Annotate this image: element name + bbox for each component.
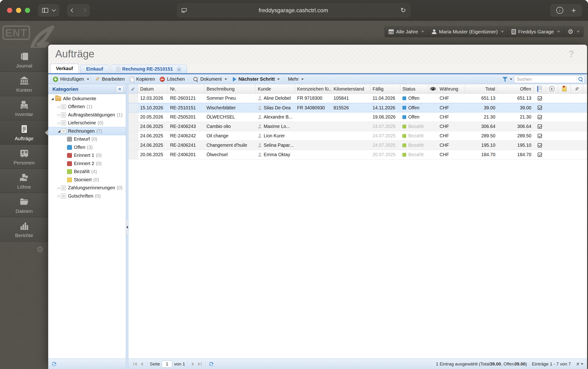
column-header-flag[interactable] bbox=[128, 84, 138, 93]
minimize-window-button[interactable] bbox=[16, 8, 21, 13]
column-header-notes[interactable] bbox=[558, 84, 571, 93]
tab-einkauf[interactable]: Einkauf bbox=[80, 65, 109, 73]
copy-button[interactable]: Kopieren bbox=[127, 75, 157, 83]
address-bar[interactable]: freddysgarage.cashctrl.com ↻ bbox=[177, 3, 410, 17]
table-row[interactable]: 20.05.2026 RE-2505201 ÖLWECHSEL Alexandr… bbox=[128, 113, 587, 122]
nav-item-dateien[interactable]: Dateien bbox=[0, 193, 48, 217]
settings-menu-button[interactable]: ⚙ bbox=[564, 26, 584, 37]
tree-item-gutschriften[interactable]: ▷ Gutschriften (0) bbox=[48, 192, 126, 200]
document-dropdown-icon[interactable] bbox=[225, 79, 227, 80]
column-header-waehrung[interactable]: Währung bbox=[437, 84, 465, 93]
nav-item-journal[interactable]: Journal bbox=[0, 48, 48, 72]
tab-verkauf[interactable]: Verkauf bbox=[50, 64, 79, 73]
delete-button[interactable]: Löschen bbox=[157, 75, 187, 83]
caret-expanded-icon[interactable]: ◢ bbox=[57, 129, 61, 133]
reload-icon[interactable]: ↻ bbox=[401, 7, 406, 14]
caret-collapsed-icon[interactable]: ▷ bbox=[57, 186, 61, 190]
search-input[interactable] bbox=[514, 77, 577, 82]
downloads-icon[interactable]: ↓ bbox=[556, 7, 563, 14]
close-tab-icon[interactable]: x bbox=[177, 67, 181, 71]
help-icon[interactable]: ? bbox=[569, 49, 574, 59]
nav-item-konten[interactable]: Konten bbox=[0, 72, 48, 96]
tree-item-offen[interactable]: Offen (3) bbox=[48, 143, 126, 152]
refresh-icon[interactable] bbox=[51, 361, 57, 367]
splitter-collapse-handle[interactable] bbox=[126, 220, 128, 235]
column-config-button[interactable]: # bbox=[577, 361, 579, 367]
table-row[interactable]: 24.06.2025 RE-2406243 Cambio olio Maxime… bbox=[128, 122, 587, 131]
caret-collapsed-icon[interactable]: ▷ bbox=[57, 105, 61, 109]
tree-item-bezahlt[interactable]: Bezahlt (4) bbox=[48, 168, 126, 176]
tree-item-erinnert2[interactable]: Erinnert 2 (0) bbox=[48, 159, 126, 168]
column-header-recurring[interactable] bbox=[546, 84, 558, 93]
column-header-offen[interactable]: Offen bbox=[497, 84, 533, 93]
sidebar-gear-icon[interactable]: ⚙ bbox=[36, 245, 43, 254]
column-header-beschreibung[interactable]: Beschreibung bbox=[204, 84, 256, 93]
edit-button[interactable]: ✎ Bearbeiten bbox=[93, 75, 127, 83]
tree-item-storniert[interactable]: Storniert (0) bbox=[48, 176, 126, 184]
panel-splitter[interactable] bbox=[126, 84, 128, 369]
tree-item-lieferscheine[interactable]: ▷ Lieferscheine (0) bbox=[48, 119, 126, 127]
nav-item-auftraege[interactable]: Aufträge bbox=[0, 120, 48, 145]
first-page-button[interactable] bbox=[132, 361, 138, 367]
column-header-kennzeichen[interactable]: Kennzeichen fü... bbox=[295, 84, 331, 93]
column-header-datum[interactable]: Datum bbox=[138, 84, 168, 93]
column-header-faellig[interactable]: Fällig bbox=[371, 84, 400, 93]
new-tab-icon[interactable]: + bbox=[571, 6, 576, 14]
booked-checkbox-icon[interactable] bbox=[538, 134, 542, 138]
add-button[interactable]: Hinzufügen bbox=[51, 75, 86, 83]
tab-rechnung[interactable]: Rechnung RE-2510151 x bbox=[111, 65, 187, 73]
column-header-kunde[interactable]: Kunde bbox=[256, 84, 295, 93]
booked-checkbox-icon[interactable] bbox=[538, 96, 542, 100]
caret-expanded-icon[interactable]: ◢ bbox=[51, 97, 54, 100]
column-header-nr[interactable]: Nr. bbox=[168, 84, 204, 93]
column-header-booked[interactable] bbox=[533, 84, 546, 93]
column-header-attachments[interactable] bbox=[571, 84, 583, 93]
tree-item-auftragsbestaetigungen[interactable]: ▷ Auftragsbestätigungen (1) bbox=[48, 111, 126, 119]
nav-item-loehne[interactable]: Löhne bbox=[0, 169, 48, 193]
next-page-button[interactable] bbox=[190, 361, 197, 367]
user-selector[interactable]: Maria Muster (Eigentümer) bbox=[428, 26, 507, 37]
tree-item-zahlungserinnerungen[interactable]: ▷ Zahlungserinnerungen (0) bbox=[48, 184, 126, 192]
table-row[interactable]: 12.03.2026 RE-2603121 Sommer Pneu Aline … bbox=[128, 94, 587, 103]
booked-checkbox-icon[interactable] bbox=[538, 153, 542, 157]
close-window-button[interactable] bbox=[7, 8, 12, 13]
collapse-panel-button[interactable]: « bbox=[116, 86, 124, 93]
tree-item-alle-dokumente[interactable]: ◢ Alle Dokumente bbox=[48, 94, 126, 103]
tree-item-erinnert1[interactable]: Erinnert 1 (0) bbox=[48, 152, 126, 160]
caret-collapsed-icon[interactable]: ▷ bbox=[57, 113, 61, 117]
refresh-icon[interactable] bbox=[208, 361, 214, 367]
previous-page-button[interactable] bbox=[138, 361, 145, 367]
nav-item-berichte[interactable]: Berichte bbox=[0, 217, 48, 242]
search-button[interactable] bbox=[577, 76, 585, 83]
document-button[interactable]: Dokument bbox=[191, 75, 224, 83]
nav-item-personen[interactable]: Personen bbox=[0, 145, 48, 169]
forward-icon[interactable] bbox=[82, 8, 86, 12]
booked-checkbox-icon[interactable] bbox=[538, 115, 542, 119]
chevron-down-icon[interactable] bbox=[52, 8, 56, 11]
booked-checkbox-icon[interactable] bbox=[538, 106, 542, 110]
column-header-total[interactable]: Total bbox=[465, 84, 497, 93]
more-button[interactable]: Mehr bbox=[286, 75, 306, 83]
caret-collapsed-icon[interactable]: ▷ bbox=[57, 121, 61, 125]
column-header-visibility[interactable] bbox=[429, 84, 437, 93]
chevron-down-icon[interactable] bbox=[581, 363, 583, 365]
table-row[interactable]: 20.06.2025 RE-2406201 Ölwechsel Emma Okt… bbox=[128, 150, 587, 159]
next-step-button[interactable]: Nächster Schritt bbox=[230, 75, 282, 83]
table-row[interactable]: 24.06.2025 RE-2406241 Changement d'huile… bbox=[128, 141, 587, 150]
last-page-button[interactable] bbox=[197, 361, 203, 367]
caret-collapsed-icon[interactable]: ▷ bbox=[57, 194, 61, 198]
tree-item-entwurf[interactable]: Entwurf (0) bbox=[48, 135, 126, 144]
column-header-kilometerstand[interactable]: Kilometerstand bbox=[331, 84, 371, 93]
table-row[interactable]: 24.06.2025 RE-2406242 Oil change Lion Ku… bbox=[128, 131, 587, 141]
tree-item-offerten[interactable]: ▷ Offerten (1) bbox=[48, 103, 126, 111]
fiscal-year-selector[interactable]: Alle Jahre bbox=[384, 26, 428, 37]
zoom-window-button[interactable] bbox=[25, 8, 30, 13]
organization-selector[interactable]: Freddys Garage bbox=[507, 26, 564, 37]
column-header-status[interactable]: Status bbox=[400, 84, 429, 93]
booked-checkbox-icon[interactable] bbox=[538, 124, 542, 129]
reader-view-icon[interactable] bbox=[182, 8, 186, 12]
nav-item-inventar[interactable]: Inventar bbox=[0, 96, 48, 120]
page-number-input[interactable] bbox=[162, 360, 172, 368]
booked-checkbox-icon[interactable] bbox=[538, 143, 542, 147]
add-dropdown-icon[interactable] bbox=[87, 79, 89, 80]
